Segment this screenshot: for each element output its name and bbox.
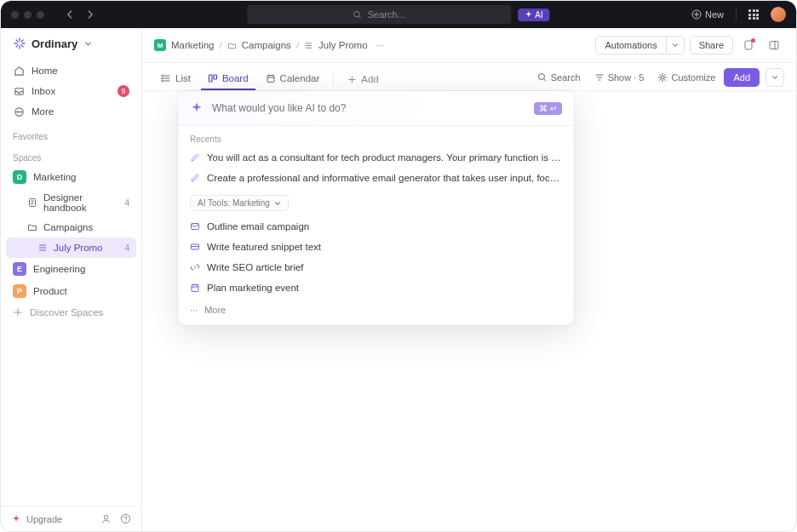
recents-label: Recents xyxy=(178,126,574,147)
list-icon xyxy=(37,242,49,254)
panel-icon[interactable] xyxy=(764,35,784,55)
link-icon xyxy=(190,262,200,272)
space-product[interactable]: P Product xyxy=(6,280,136,302)
more-icon xyxy=(13,106,25,117)
content-header: M Marketing / Campaigns / July Promo ···… xyxy=(142,28,796,63)
search-icon xyxy=(537,72,548,83)
filter-icon xyxy=(594,72,605,83)
breadcrumb-more-icon[interactable]: ··· xyxy=(376,40,385,50)
board-icon xyxy=(208,73,218,83)
spaces-label: Spaces xyxy=(1,145,141,166)
tree-designer-handbook[interactable]: Designer handbook 4 xyxy=(6,188,136,217)
automations-button[interactable]: Automations xyxy=(595,36,666,54)
view-board[interactable]: Board xyxy=(201,68,255,90)
view-calendar[interactable]: Calendar xyxy=(259,68,327,90)
tree-july-promo[interactable]: July Promo 4 xyxy=(6,237,136,258)
svg-point-5 xyxy=(18,111,19,112)
recent-item-1[interactable]: Create a professional and informative em… xyxy=(178,168,574,188)
card-icon xyxy=(190,242,200,252)
nav-forward[interactable] xyxy=(82,6,99,23)
divider xyxy=(736,9,737,20)
minimize-window[interactable] xyxy=(24,11,32,19)
help-icon[interactable] xyxy=(120,513,131,524)
window-controls xyxy=(11,11,44,19)
mail-icon xyxy=(190,221,200,232)
nav-back[interactable] xyxy=(61,6,78,23)
svg-rect-16 xyxy=(214,75,217,79)
calendar-icon xyxy=(190,283,200,293)
action-search[interactable]: Search xyxy=(532,69,586,86)
space-engineering[interactable]: E Engineering xyxy=(6,258,136,280)
sidebar-footer: Upgrade xyxy=(1,506,141,531)
avatar[interactable] xyxy=(771,7,786,22)
search-placeholder: Search... xyxy=(368,9,405,20)
add-button[interactable]: Add xyxy=(724,68,760,87)
inbox-icon xyxy=(13,85,25,97)
dots-icon: ··· xyxy=(190,305,198,315)
tree-campaigns[interactable]: Campaigns xyxy=(6,217,136,237)
ai-input[interactable] xyxy=(212,102,525,114)
svg-rect-22 xyxy=(192,285,198,292)
svg-point-13 xyxy=(162,77,163,78)
topbar: Search... AI New xyxy=(1,1,796,28)
recent-item-0[interactable]: You will act as a consultant for tech pr… xyxy=(178,147,574,168)
view-list[interactable]: List xyxy=(154,68,198,90)
inbox-badge: 9 xyxy=(118,85,129,97)
nav-more[interactable]: More xyxy=(6,101,136,122)
plus-icon xyxy=(347,75,357,84)
sparkle-icon xyxy=(11,514,21,524)
plus-icon xyxy=(13,307,23,317)
share-button[interactable]: Share xyxy=(690,36,733,54)
breadcrumb-list[interactable]: July Promo xyxy=(318,40,368,50)
space-marketing[interactable]: D Marketing xyxy=(6,166,136,188)
new-button[interactable]: New xyxy=(691,9,724,20)
svg-point-0 xyxy=(354,11,359,16)
breadcrumb-folder[interactable]: Campaigns xyxy=(242,40,291,50)
maximize-window[interactable] xyxy=(37,11,44,19)
apps-icon[interactable] xyxy=(748,9,759,20)
chevron-down-icon xyxy=(84,40,92,48)
ai-more[interactable]: ··· More xyxy=(178,298,574,325)
notification-icon[interactable] xyxy=(738,35,759,55)
gear-icon xyxy=(657,72,668,83)
calendar-icon xyxy=(266,73,276,83)
nav-inbox[interactable]: Inbox 9 xyxy=(6,81,136,101)
content: M Marketing / Campaigns / July Promo ···… xyxy=(142,28,796,531)
tool-seo[interactable]: Write SEO article brief xyxy=(178,257,574,277)
automations-caret[interactable] xyxy=(667,36,685,54)
breadcrumb-space[interactable]: Marketing xyxy=(171,40,215,50)
workspace-logo-icon xyxy=(13,37,26,50)
nav-home[interactable]: Home xyxy=(6,60,136,81)
person-icon[interactable] xyxy=(100,513,112,524)
home-icon xyxy=(13,65,25,77)
close-window[interactable] xyxy=(11,11,19,19)
svg-point-12 xyxy=(162,75,163,76)
view-tabs: List Board Calendar Add Search xyxy=(142,63,796,91)
sidebar: Ordinary Home Inbox 9 More Favorites Spa… xyxy=(1,28,142,531)
ai-badge[interactable]: AI xyxy=(518,9,549,21)
breadcrumb: M Marketing / Campaigns / July Promo ··· xyxy=(154,39,384,51)
space-icon: E xyxy=(13,262,26,276)
chevron-down-icon xyxy=(274,200,281,207)
upgrade-button[interactable]: Upgrade xyxy=(11,514,62,524)
search-bar: Search... AI xyxy=(247,5,549,24)
svg-point-6 xyxy=(20,111,21,112)
add-caret[interactable] xyxy=(765,68,784,87)
folder-icon xyxy=(26,221,38,233)
tool-event[interactable]: Plan marketing event xyxy=(178,277,574,298)
folder-icon xyxy=(227,41,237,50)
automations-group: Automations xyxy=(595,36,684,54)
nav-arrows xyxy=(61,6,99,23)
workspace-switcher[interactable]: Ordinary xyxy=(1,28,141,59)
search-input[interactable]: Search... xyxy=(247,5,511,24)
tool-snippet[interactable]: Write featured snippet text xyxy=(178,237,574,257)
action-show[interactable]: Show · 5 xyxy=(589,69,650,86)
discover-spaces[interactable]: Discover Spaces xyxy=(1,302,141,323)
ai-tools-chip[interactable]: AI Tools: Marketing xyxy=(190,195,289,211)
tool-outline-email[interactable]: Outline email campaign xyxy=(178,216,574,237)
action-customize[interactable]: Customize xyxy=(652,69,720,86)
svg-point-18 xyxy=(538,74,544,80)
list-icon xyxy=(304,41,313,50)
svg-point-19 xyxy=(661,76,664,79)
view-add[interactable]: Add xyxy=(341,69,385,89)
